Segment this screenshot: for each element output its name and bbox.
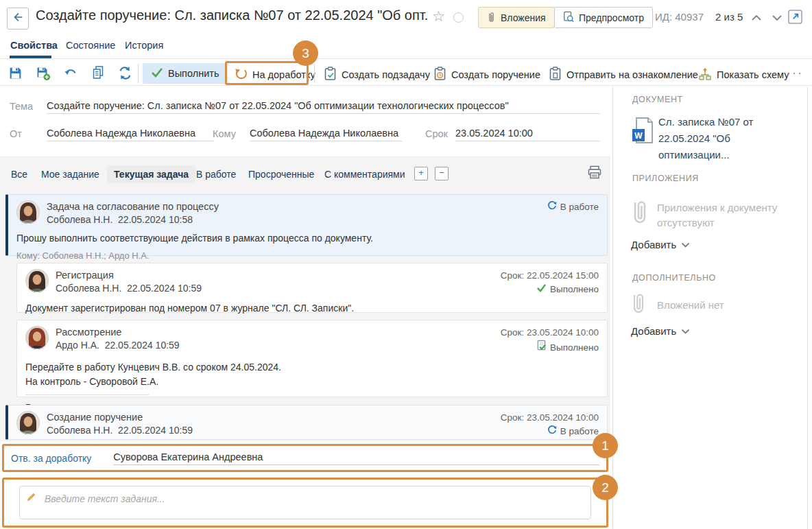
card-deadline: Срок: 23.05.2024 10:00 [501,411,599,425]
card-author-date: Соболева Н.Н. 22.05.2024 10:58 [47,213,547,226]
additional-add-button[interactable]: Добавить [631,325,690,337]
preview-button-label: Предпросмотр [579,12,644,23]
filter-my-task[interactable]: Мое задание [41,169,99,180]
back-arrow-icon [12,11,24,26]
filter-in-progress[interactable]: В работе [196,169,236,180]
attachments-add-label: Добавить [631,239,676,250]
expand-all-button[interactable]: + [414,167,428,180]
pencil-icon [26,492,36,505]
in-progress-sync-icon [547,200,557,214]
scrollbar-track[interactable] [807,86,808,529]
attachments-button[interactable]: Вложения [478,7,555,28]
subject-field[interactable]: Создайте поручение: Сл. записка №07 от 2… [47,100,600,114]
from-label: От [10,128,22,139]
copy-icon [91,71,105,82]
card-body-text: Передайте в работу Кунцевич В.В. со срок… [25,361,599,374]
send-for-acquaintance-label: Отправить на ознакомление [566,69,698,80]
sidebar-additional-heading: ДОПОЛНИТЕЛЬНО [632,273,716,283]
preview-button[interactable]: Предпросмотр [554,7,653,28]
chevron-up-icon[interactable] [751,12,762,25]
word-doc-icon[interactable]: W [631,117,654,144]
print-icon[interactable] [587,165,602,183]
attachments-button-label: Вложения [501,12,546,23]
task-window: Создайте поручение: Сл. записка №07 от 2… [0,0,812,529]
record-id: ИД: 40937 [655,11,704,23]
card-author-date: Соболева Н.Н. 22.05.2024 10:59 [47,424,501,437]
tab-history[interactable]: История [125,40,163,51]
card-author-date: Ардо Н.А. 22.05.2024 10:59 [56,339,501,352]
plus-icon: + [418,167,424,178]
tab-state[interactable]: Состояние [66,40,115,51]
sidebar-attachments-heading: ПРИЛОЖЕНИЯ [632,174,699,183]
back-button[interactable] [7,8,29,30]
save-button[interactable] [8,66,23,83]
filter-current-task[interactable]: Текущая задача [107,165,195,183]
send-for-acquaintance-button[interactable]: Отправить на ознакомление [549,67,698,83]
rework-responsible-field[interactable]: Суворова Екатерина Андреевна [113,451,599,465]
toolbar-separator [138,64,139,83]
status-text: В работе [560,425,599,438]
tab-properties[interactable]: Свойства [10,40,58,51]
show-scheme-label: Показать схему [717,69,789,80]
card-body-text: Документ зарегистрирован под номером 07 … [25,302,599,315]
paperclip-icon [630,291,647,318]
filter-with-comments[interactable]: С комментариями [324,169,405,180]
create-subtask-button[interactable]: Создать подзадачу [324,67,430,83]
deadline-field[interactable]: 23.05.2024 10:00 [455,128,600,141]
more-icon[interactable]: ··· [787,66,803,80]
status-circle-icon[interactable] [453,12,464,23]
undo-button[interactable] [64,67,78,82]
subject-label: Тема [10,101,33,112]
status-text: Выполнено [550,341,599,355]
from-field[interactable]: Соболева Надежда Николаевна [47,128,214,141]
filter-overdue[interactable]: Просроченные [248,169,314,180]
toolbar-separator [314,64,315,83]
annotation-badge-2: 2 [593,475,618,500]
task-card-assignment-creation[interactable]: Создание поручение Соболева Н.Н. 22.05.2… [5,405,608,440]
collapse-all-button[interactable]: − [435,167,449,180]
favorite-star-icon[interactable]: ☆ [432,8,445,25]
show-scheme-button[interactable]: Показать схему [698,67,789,83]
send-for-rework-button[interactable]: На доработку [235,67,315,82]
avatar [16,200,40,226]
done-check-icon [536,283,547,296]
paperclip-icon [487,11,496,25]
task-card-registration[interactable]: Регистрация Соболева Н.Н. 22.05.2024 10:… [16,263,608,313]
save-add-icon [36,71,51,83]
create-assignment-label: Создать поручение [451,69,540,80]
card-title: Задача на согласование по процессу [47,200,547,213]
attachments-add-button[interactable]: Добавить [631,239,690,250]
filter-all[interactable]: Все [11,169,27,180]
status-badge: В работе [547,425,599,438]
status-text: Выполнено [550,283,599,296]
open-in-window-icon[interactable] [787,9,803,27]
create-assignment-button[interactable]: Создать поручение [433,67,540,83]
card-body-text: Прошу выполнить соответствующие действия… [16,232,599,245]
execute-button[interactable]: Выполнить [143,63,227,84]
sidebar-divider [612,86,613,529]
task-text-region [2,478,608,528]
card-author-date: Соболева Н.Н. 22.05.2024 10:59 [56,282,501,295]
additional-empty-text: Вложений нет [657,298,724,313]
task-card-approval[interactable]: Задача на согласование по процессу Собол… [5,194,608,256]
sidebar-document-heading: ДОКУМЕНТ [632,95,683,104]
card-deadline: Срок: 22.05.2024 15:00 [501,269,599,283]
copy-button[interactable] [91,65,105,83]
task-text-input[interactable] [19,486,591,519]
clipboard-check-icon [324,67,337,83]
task-card-review[interactable]: Рассмотрение Ардо Н.А. 22.05.2024 10:59 … [16,320,608,397]
to-field[interactable]: Соболева Надежда Николаевна [250,128,402,141]
preview-icon [563,11,574,25]
card-recipients: Кому: Соболева Н.Н.; Ардо Н.А. [16,250,599,261]
chevron-down-icon[interactable] [772,12,783,25]
paperclip-icon [630,198,650,229]
scheme-icon [698,67,712,83]
rework-responsible-label[interactable]: Отв. за доработку [11,453,91,464]
refresh-button[interactable] [118,66,132,83]
pager-counter: 2 из 5 [715,11,743,23]
save-and-add-button[interactable] [36,66,51,84]
deadline-label: Срок [425,128,448,139]
rework-arrow-icon [235,67,248,82]
sidebar-document-title[interactable]: Сл. записка №07 от 22.05.2024 "Об оптими… [658,114,793,163]
in-progress-sync-icon [547,425,557,438]
